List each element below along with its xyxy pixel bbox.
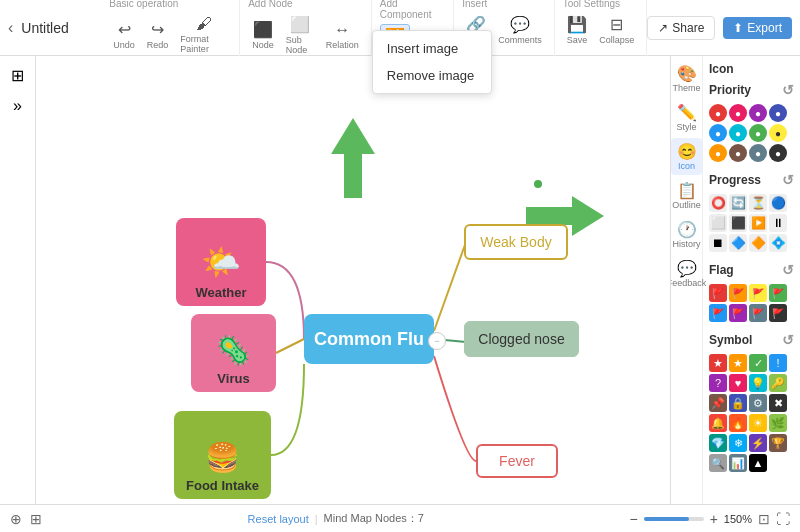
grid-icon[interactable]: ⊞ [30,511,42,527]
prog-12[interactable]: 💠 [769,234,787,252]
tab-history[interactable]: 🕐 History [671,216,702,253]
remove-image-item[interactable]: Remove image [373,62,491,89]
prog-5[interactable]: ⬜ [709,214,727,232]
prog-10[interactable]: 🔷 [729,234,747,252]
weather-node[interactable]: 🌤️ Weather [176,218,266,306]
sym-11[interactable]: ⚙ [749,394,767,412]
flag-green[interactable]: 🚩 [769,284,787,302]
flag-yellow[interactable]: 🚩 [749,284,767,302]
sym-6[interactable]: ♥ [729,374,747,392]
sym-23[interactable]: ▲ [749,454,767,472]
center-node[interactable]: Common Flu [304,314,434,364]
sym-4[interactable]: ! [769,354,787,372]
format-painter-button[interactable]: 🖌 Format Painter [176,13,231,56]
fit-screen-button[interactable]: ⊡ [758,511,770,527]
prog-9[interactable]: ⏹ [709,234,727,252]
priority-blue[interactable]: ● [709,124,727,142]
sym-19[interactable]: ⚡ [749,434,767,452]
priority-orange[interactable]: ● [709,144,727,162]
sym-10[interactable]: 🔒 [729,394,747,412]
zoom-out-button[interactable]: − [629,511,637,527]
prog-7[interactable]: ▶️ [749,214,767,232]
prog-2[interactable]: 🔄 [729,194,747,212]
prog-1[interactable]: ⭕ [709,194,727,212]
food-node[interactable]: 🍔 Food Intake [174,411,271,499]
fever-node[interactable]: Fever [476,444,558,478]
symbol-reset[interactable]: ↺ [782,332,794,348]
progress-reset[interactable]: ↺ [782,172,794,188]
flag-reset[interactable]: ↺ [782,262,794,278]
sym-2[interactable]: ★ [729,354,747,372]
sym-14[interactable]: 🔥 [729,414,747,432]
relation-button[interactable]: ↔ Relation [322,19,363,52]
priority-red[interactable]: ● [709,104,727,122]
canvas[interactable]: 🌤️ Weather 🦠 Virus 🍔 Food Intake Common … [36,56,670,504]
reset-layout-button[interactable]: Reset layout [248,513,309,525]
weak-body-node[interactable]: Weak Body [464,224,568,260]
zoom-in-button[interactable]: + [710,511,718,527]
insert-image-item[interactable]: Insert image [373,35,491,62]
prog-3[interactable]: ⏳ [749,194,767,212]
tab-feedback[interactable]: 💬 Feedback [671,255,702,292]
priority-cyan[interactable]: ● [729,124,747,142]
fullscreen-button[interactable]: ⛶ [776,511,790,527]
tab-outline[interactable]: 📋 Outline [671,177,702,214]
prog-4[interactable]: 🔵 [769,194,787,212]
sym-1[interactable]: ★ [709,354,727,372]
priority-purple[interactable]: ● [749,104,767,122]
undo-button[interactable]: ↩ Undo [109,18,139,52]
flag-red[interactable]: 🚩 [709,284,727,302]
fit-icon[interactable]: ⊕ [10,511,22,527]
export-button[interactable]: ⬆ Export [723,17,792,39]
sym-22[interactable]: 📊 [729,454,747,472]
expand-button[interactable]: − [428,332,446,350]
node-button[interactable]: ⬛ Node [248,18,278,52]
sym-16[interactable]: 🌿 [769,414,787,432]
sym-15[interactable]: ☀ [749,414,767,432]
redo-button[interactable]: ↪ Redo [143,18,173,52]
tab-style[interactable]: ✏️ Style [671,99,702,136]
sym-18[interactable]: ❄ [729,434,747,452]
prog-8[interactable]: ⏸ [769,214,787,232]
sidebar-expand[interactable]: » [2,93,34,119]
priority-brown[interactable]: ● [729,144,747,162]
flag-black[interactable]: 🚩 [769,304,787,322]
sym-9[interactable]: 📌 [709,394,727,412]
save-button[interactable]: 💾 Save [563,13,592,47]
share-button[interactable]: ↗ Share [647,16,715,40]
sym-5[interactable]: ? [709,374,727,392]
sym-13[interactable]: 🔔 [709,414,727,432]
priority-gray[interactable]: ● [749,144,767,162]
tab-theme[interactable]: 🎨 Theme [671,60,702,97]
sym-7[interactable]: 💡 [749,374,767,392]
tab-icon[interactable]: 😊 Icon [671,138,702,175]
food-emoji: 🍔 [205,433,240,474]
zoom-slider[interactable] [644,517,704,521]
sym-21[interactable]: 🔍 [709,454,727,472]
collapse-button[interactable]: ⊟ Collapse [595,13,638,47]
sym-17[interactable]: 💎 [709,434,727,452]
back-button[interactable]: ‹ [8,19,13,37]
sym-20[interactable]: 🏆 [769,434,787,452]
priority-indigo[interactable]: ● [769,104,787,122]
sym-12[interactable]: ✖ [769,394,787,412]
flag-purple[interactable]: 🚩 [729,304,747,322]
sub-node-button[interactable]: ⬜ Sub Node [282,13,318,57]
icon-tab-label: Icon [678,161,695,171]
priority-pink[interactable]: ● [729,104,747,122]
clogged-nose-node[interactable]: Clogged nose [464,321,579,357]
flag-blue[interactable]: 🚩 [709,304,727,322]
priority-yellow[interactable]: ● [769,124,787,142]
prog-11[interactable]: 🔶 [749,234,767,252]
flag-orange[interactable]: 🚩 [729,284,747,302]
flag-gray[interactable]: 🚩 [749,304,767,322]
virus-node[interactable]: 🦠 Virus [191,314,276,392]
comments-button[interactable]: 💬 Comments [494,13,546,47]
sidebar-layers[interactable]: ⊞ [2,62,34,89]
priority-green[interactable]: ● [749,124,767,142]
sym-8[interactable]: 🔑 [769,374,787,392]
prog-6[interactable]: ⬛ [729,214,747,232]
sym-3[interactable]: ✓ [749,354,767,372]
priority-reset[interactable]: ↺ [782,82,794,98]
priority-black[interactable]: ● [769,144,787,162]
